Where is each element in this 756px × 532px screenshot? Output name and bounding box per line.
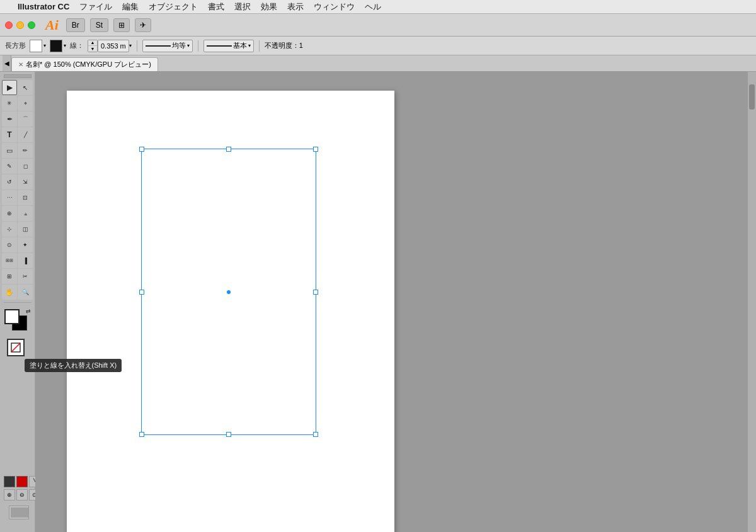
perspective-tool[interactable]: ⟁ — [18, 206, 33, 221]
curvature-tool[interactable]: ⌒ — [18, 111, 33, 127]
title-bar: Ai Br St ⊞ ✈ — [0, 14, 756, 37]
zoom-out-btn[interactable]: ⊖ — [16, 489, 28, 501]
workspaces-button[interactable]: ⊞ — [113, 18, 130, 32]
swap-icon — [10, 342, 21, 353]
stroke-unit-arrow[interactable]: ▾ — [129, 43, 132, 48]
stroke-profile-arrow[interactable]: ▾ — [248, 43, 251, 48]
stroke-up[interactable]: ▲ — [88, 40, 97, 46]
artboard-page — [67, 91, 394, 532]
mesh-tool[interactable]: ⊹ — [2, 222, 17, 237]
tab-bar: ◀ ✕ 名刺* @ 150% (CMYK/GPU プレビュー) — [0, 55, 756, 72]
rect-tool[interactable]: ▭ — [2, 143, 17, 158]
menu-file[interactable]: ファイル — [79, 1, 112, 13]
tool-row-11: ⊙ ✦ — [2, 237, 33, 252]
stroke-style-arrow[interactable]: ▾ — [187, 43, 190, 48]
menu-select[interactable]: 選択 — [234, 1, 251, 13]
tool-row-12: ⊞⊞ ▐ — [2, 253, 33, 268]
handle-bottom-center[interactable] — [226, 432, 231, 437]
monitor-icon[interactable] — [9, 506, 29, 519]
lasso-tool[interactable]: ⌖ — [18, 96, 33, 111]
sidebar-toolbox: ▶ ↖ ✳ ⌖ ✒ ⌒ T ╱ ▭ ✏ ✎ ◻ — [0, 72, 35, 532]
direct-selection-tool[interactable]: ↖ — [18, 80, 33, 95]
stroke-dropdown-arrow[interactable]: ▾ — [64, 43, 66, 48]
stroke-profile-dropdown[interactable]: 基本 ▾ — [203, 40, 254, 52]
normal-mode-btn[interactable] — [4, 476, 15, 487]
arrange-icon: ✈ — [140, 21, 146, 30]
tool-separator — [4, 302, 32, 303]
document-tab[interactable]: ✕ 名刺* @ 150% (CMYK/GPU プレビュー) — [11, 57, 158, 71]
zoom-in-btn[interactable]: ⊕ — [4, 489, 15, 501]
chart-tool[interactable]: ▐ — [18, 253, 33, 268]
menu-type[interactable]: 書式 — [208, 1, 224, 13]
shape-builder-tool[interactable]: ⊕ — [2, 206, 17, 221]
options-bar: 長方形 ▾ ▾ 線： ▲ ▼ 0.353 m ▾ 均等 ▾ 基本 ▾ — [0, 37, 756, 55]
stroke-swatch[interactable] — [50, 40, 62, 52]
bridge-button[interactable]: Br — [66, 18, 85, 32]
fill-dropdown-arrow[interactable]: ▾ — [43, 43, 46, 48]
zoom-tool[interactable]: 🔍 — [18, 285, 33, 300]
swap-fill-stroke-button[interactable] — [7, 339, 25, 356]
tool-row-13: ⊞ ✂ — [2, 269, 33, 284]
tool-row-9: ⊕ ⟁ — [2, 206, 33, 221]
handle-bottom-right[interactable] — [313, 432, 318, 437]
handle-bottom-left[interactable] — [139, 432, 144, 437]
menu-edit[interactable]: 編集 — [122, 1, 139, 13]
selected-rectangle[interactable] — [141, 149, 316, 435]
opacity-label: 不透明度：1 — [265, 41, 303, 50]
swap-colors-icon[interactable]: ⇄ — [26, 308, 31, 314]
handle-middle-right[interactable] — [313, 290, 318, 295]
eraser-tool[interactable]: ◻ — [18, 159, 33, 174]
fill-swatch[interactable] — [30, 40, 42, 52]
tool-scroll-indicator — [4, 74, 32, 78]
stroke-line-preview — [146, 45, 171, 47]
tool-row-5: ▭ ✏ — [2, 143, 33, 158]
stock-button[interactable]: St — [90, 18, 108, 32]
type-tool[interactable]: T — [2, 127, 17, 142]
sep3 — [259, 40, 260, 52]
fill-color-swatch[interactable] — [4, 309, 20, 324]
maximize-button[interactable] — [28, 21, 35, 29]
handle-top-center[interactable] — [226, 147, 231, 152]
menu-effect[interactable]: 効果 — [261, 1, 277, 13]
handle-top-left[interactable] — [139, 147, 144, 152]
eyedropper-tool[interactable]: ⊙ — [2, 237, 17, 252]
close-button[interactable] — [5, 21, 13, 29]
pencil-tool[interactable]: ✎ — [2, 159, 17, 174]
scrollbar-thumb[interactable] — [749, 84, 755, 110]
handle-middle-left[interactable] — [139, 290, 144, 295]
paintbrush-tool[interactable]: ✏ — [18, 143, 33, 158]
stroke-spinner[interactable]: ▲ ▼ — [88, 40, 98, 52]
vertical-scrollbar[interactable] — [747, 72, 756, 532]
line-tool[interactable]: ╱ — [18, 127, 33, 142]
rotate-tool[interactable]: ↺ — [2, 174, 17, 190]
stroke-down[interactable]: ▼ — [88, 46, 97, 52]
minimize-button[interactable] — [16, 21, 24, 29]
warp-tool[interactable]: ⋯ — [2, 190, 17, 205]
draw-inside-btn[interactable] — [16, 476, 28, 487]
menu-help[interactable]: ヘル — [365, 1, 381, 13]
selection-tool[interactable]: ▶ — [2, 80, 17, 95]
tool-row-14: ✋ 🔍 — [2, 285, 33, 300]
magic-wand-tool[interactable]: ✳ — [2, 96, 17, 111]
tab-close-icon[interactable]: ✕ — [18, 61, 23, 68]
stroke-style-dropdown[interactable]: 均等 ▾ — [142, 40, 193, 52]
artboard-tool[interactable]: ⊞ — [2, 269, 17, 284]
hand-tool[interactable]: ✋ — [2, 285, 17, 300]
pen-tool[interactable]: ✒ — [2, 111, 17, 127]
menu-object[interactable]: オブジェクト — [149, 1, 198, 13]
menu-window[interactable]: ウィンドウ — [314, 1, 355, 13]
free-transform-tool[interactable]: ⊡ — [18, 190, 33, 205]
color-swatch-area: ⇄ — [2, 307, 33, 338]
handle-top-right[interactable] — [313, 147, 318, 152]
menu-view[interactable]: 表示 — [287, 1, 304, 13]
arrange-button[interactable]: ✈ — [135, 18, 151, 32]
slice-tool[interactable]: ✂ — [18, 269, 33, 284]
measure-tool[interactable]: ✦ — [18, 237, 33, 252]
canvas-area[interactable] — [35, 72, 756, 532]
scale-tool[interactable]: ⇲ — [18, 174, 33, 190]
stroke-value[interactable]: 0.353 m — [98, 40, 129, 52]
collapse-button[interactable]: ◀ — [3, 55, 11, 71]
blend-tool[interactable]: ⊞⊞ — [2, 253, 17, 268]
tool-row-10: ⊹ ◫ — [2, 222, 33, 237]
gradient-tool[interactable]: ◫ — [18, 222, 33, 237]
